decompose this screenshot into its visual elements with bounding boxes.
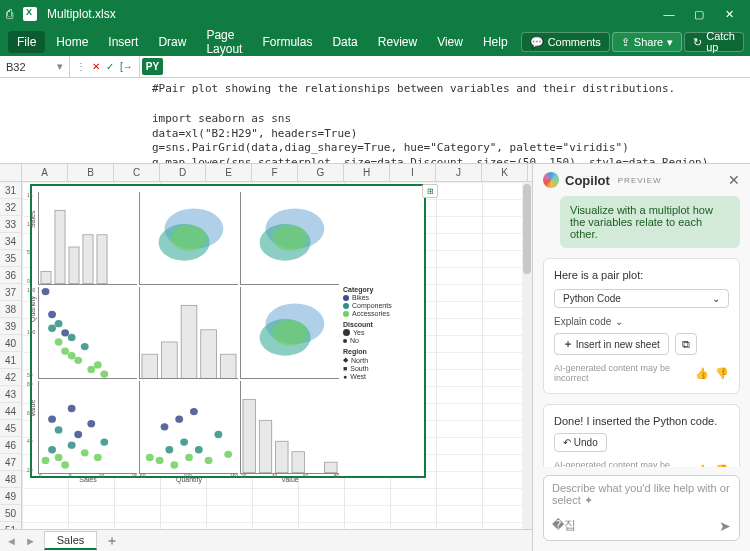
column-header[interactable]: E bbox=[206, 164, 252, 181]
row-header[interactable]: 42 bbox=[0, 369, 21, 386]
confirm-icon[interactable]: ✓ bbox=[106, 61, 114, 72]
row-header[interactable]: 45 bbox=[0, 420, 21, 437]
column-header[interactable]: C bbox=[114, 164, 160, 181]
svg-point-41 bbox=[68, 405, 76, 412]
row-header[interactable]: 36 bbox=[0, 267, 21, 284]
column-header[interactable]: I bbox=[390, 164, 436, 181]
svg-point-42 bbox=[68, 442, 76, 449]
copilot-input[interactable]: Describe what you'd like help with or se… bbox=[543, 475, 740, 541]
catch-up-button[interactable]: ↻Catch up bbox=[684, 32, 744, 52]
suggestions-icon[interactable]: �집 bbox=[552, 517, 576, 534]
formula-bar-buttons: ⋮ ✕ ✓ [→ bbox=[70, 56, 140, 77]
thumbs-up-icon[interactable]: 👍 bbox=[695, 464, 709, 468]
formula-bar-code[interactable]: #Pair plot showing the relationships bet… bbox=[0, 78, 750, 164]
row-headers: 3132333435363738394041424344454647484950… bbox=[0, 182, 22, 529]
tab-insert[interactable]: Insert bbox=[99, 31, 147, 53]
row-header[interactable]: 34 bbox=[0, 233, 21, 250]
tab-draw[interactable]: Draw bbox=[149, 31, 195, 53]
row-header[interactable]: 51 bbox=[0, 522, 21, 529]
row-header[interactable]: 38 bbox=[0, 301, 21, 318]
row-header[interactable]: 46 bbox=[0, 437, 21, 454]
column-header[interactable]: D bbox=[160, 164, 206, 181]
row-header[interactable]: 49 bbox=[0, 488, 21, 505]
column-header[interactable]: A bbox=[22, 164, 68, 181]
maximize-button[interactable]: ▢ bbox=[684, 0, 714, 28]
svg-rect-27 bbox=[142, 354, 158, 378]
column-header[interactable]: G bbox=[298, 164, 344, 181]
column-header[interactable]: B bbox=[68, 164, 114, 181]
add-sheet-button[interactable]: ＋ bbox=[105, 532, 119, 550]
cells-viewport[interactable]: ⊞ Sales051015 Quantity50100150 ValueSale… bbox=[22, 182, 522, 529]
column-header[interactable]: J bbox=[436, 164, 482, 181]
explain-code-link[interactable]: Explain code⌄ bbox=[554, 316, 729, 327]
chart-legend: CategoryBikesComponentsAccessoriesDiscou… bbox=[343, 192, 418, 474]
copilot-logo-icon bbox=[543, 172, 559, 188]
tab-page-layout[interactable]: Page Layout bbox=[197, 24, 251, 60]
comments-button[interactable]: 💬Comments bbox=[521, 32, 610, 52]
row-header[interactable]: 44 bbox=[0, 403, 21, 420]
row-header[interactable]: 47 bbox=[0, 454, 21, 471]
row-header[interactable]: 50 bbox=[0, 505, 21, 522]
svg-point-34 bbox=[272, 320, 307, 346]
svg-point-50 bbox=[161, 423, 169, 430]
svg-point-51 bbox=[165, 446, 173, 453]
pairgrid-cell: Quantity50100150 bbox=[139, 381, 238, 474]
python-output-icon[interactable]: [→ bbox=[120, 61, 133, 72]
undo-button[interactable]: ↶ Undo bbox=[554, 433, 607, 452]
chevron-down-icon: ▾ bbox=[667, 37, 673, 48]
select-all-corner[interactable] bbox=[0, 164, 22, 181]
row-header[interactable]: 40 bbox=[0, 335, 21, 352]
sheet-tab-sales[interactable]: Sales bbox=[44, 531, 98, 550]
pairplot-chart[interactable]: ⊞ Sales051015 Quantity50100150 ValueSale… bbox=[30, 184, 426, 478]
thumbs-up-icon[interactable]: 👍 bbox=[695, 367, 709, 380]
thumbs-down-icon[interactable]: 👎 bbox=[715, 464, 729, 468]
row-header[interactable]: 31 bbox=[0, 182, 21, 199]
svg-point-35 bbox=[42, 457, 50, 464]
name-box[interactable]: B32 ▾ bbox=[0, 56, 70, 77]
share-button[interactable]: ⇪Share▾ bbox=[612, 32, 682, 52]
tab-home[interactable]: Home bbox=[47, 31, 97, 53]
sheet-nav-prev-icon[interactable]: ◄ bbox=[6, 535, 17, 547]
tab-formulas[interactable]: Formulas bbox=[253, 31, 321, 53]
thumbs-down-icon[interactable]: 👎 bbox=[715, 367, 729, 380]
insert-in-new-sheet-button[interactable]: ＋ Insert in new sheet bbox=[554, 333, 669, 355]
pairgrid-cell bbox=[139, 192, 238, 285]
svg-point-19 bbox=[61, 329, 69, 336]
column-header[interactable]: H bbox=[344, 164, 390, 181]
row-header[interactable]: 43 bbox=[0, 386, 21, 403]
row-header[interactable]: 48 bbox=[0, 471, 21, 488]
tab-review[interactable]: Review bbox=[369, 31, 426, 53]
reply-text: Here is a pair plot: bbox=[554, 269, 729, 281]
chart-options-icon[interactable]: ⊞ bbox=[422, 184, 438, 198]
formula-menu-icon[interactable]: ⋮ bbox=[76, 61, 86, 72]
row-header[interactable]: 33 bbox=[0, 216, 21, 233]
send-icon[interactable]: ➤ bbox=[719, 518, 731, 534]
row-header[interactable]: 41 bbox=[0, 352, 21, 369]
python-code-chip[interactable]: Python Code ⌄ bbox=[554, 289, 729, 308]
row-header[interactable]: 39 bbox=[0, 318, 21, 335]
cancel-icon[interactable]: ✕ bbox=[92, 61, 100, 72]
svg-point-58 bbox=[205, 457, 213, 464]
tab-data[interactable]: Data bbox=[323, 31, 366, 53]
row-header[interactable]: 35 bbox=[0, 250, 21, 267]
column-header[interactable]: F bbox=[252, 164, 298, 181]
chevron-down-icon[interactable]: ▾ bbox=[57, 60, 63, 73]
copilot-input-placeholder: Describe what you'd like help with or se… bbox=[552, 482, 731, 507]
row-header[interactable]: 37 bbox=[0, 284, 21, 301]
tab-file[interactable]: File bbox=[8, 31, 45, 53]
close-button[interactable]: ✕ bbox=[714, 0, 744, 28]
minimize-button[interactable]: — bbox=[654, 0, 684, 28]
tab-view[interactable]: View bbox=[428, 31, 472, 53]
close-pane-button[interactable]: ✕ bbox=[728, 172, 740, 188]
svg-point-55 bbox=[185, 454, 193, 461]
vertical-scrollbar[interactable] bbox=[522, 182, 532, 529]
svg-point-26 bbox=[100, 370, 108, 377]
row-header[interactable]: 32 bbox=[0, 199, 21, 216]
svg-point-44 bbox=[81, 449, 89, 456]
copy-button[interactable]: ⧉ bbox=[675, 333, 697, 355]
save-icon[interactable]: ⎙ bbox=[6, 7, 13, 21]
python-code-editor[interactable]: #Pair plot showing the relationships bet… bbox=[146, 78, 750, 163]
tab-help[interactable]: Help bbox=[474, 31, 517, 53]
sheet-nav-next-icon[interactable]: ► bbox=[25, 535, 36, 547]
column-header[interactable]: K bbox=[482, 164, 528, 181]
